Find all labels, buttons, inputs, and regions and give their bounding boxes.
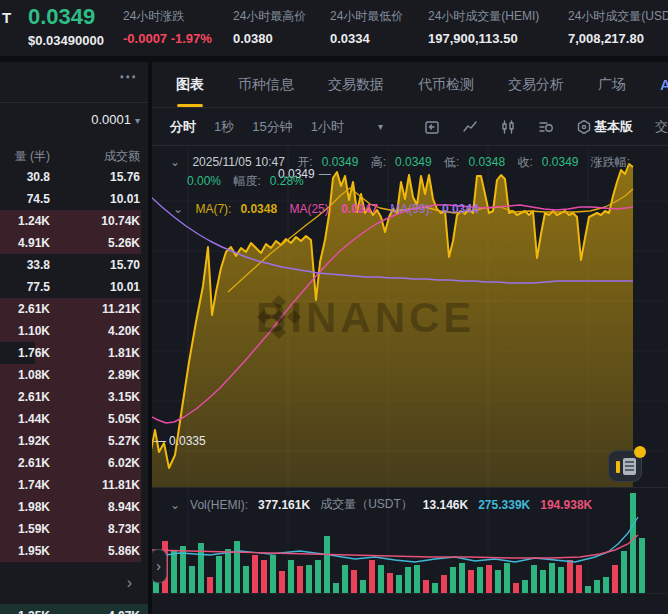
ma25-label: MA(25): (289, 202, 332, 216)
volume-bar (576, 565, 582, 593)
volume-bar (360, 580, 366, 593)
ask-turnover: 6.02K (108, 456, 140, 470)
volume-bar (234, 541, 240, 593)
ai-tab[interactable]: Ai (660, 76, 668, 93)
ask-amount: 1.95K (0, 544, 50, 558)
ohlc-info-row-2: 0.00% 幅度:0.28% (187, 173, 313, 190)
volume-bar (513, 583, 519, 593)
ask-amount: 1.76K (0, 346, 50, 360)
volume-bar (315, 560, 321, 593)
ask-turnover: 11.21K (102, 302, 140, 316)
chart-side-panel-toggle-button[interactable] (608, 450, 642, 482)
orderbook-row[interactable]: 1.10K4.20K (0, 320, 148, 342)
ask-turnover: 11.81K (102, 478, 140, 492)
tab-2[interactable]: 交易数据 (328, 76, 384, 94)
volume-bar (432, 583, 438, 593)
more-options-icon[interactable]: ⋯ (119, 66, 138, 87)
candlestick-icon[interactable] (499, 118, 517, 136)
stat-value: -0.0007 -1.97% (123, 31, 212, 46)
stat-label: 24小时涨跌 (123, 8, 184, 25)
orderbook-row[interactable]: 1.95K5.86K (0, 540, 148, 562)
volume-bar (288, 560, 294, 593)
orderbook-row[interactable]: 1.44K5.05K (0, 408, 148, 430)
tick-size-value: 0.0001 (91, 112, 131, 127)
tab-5[interactable]: 广场 (598, 76, 626, 94)
ask-amount: 1.08K (0, 368, 50, 382)
tradingview-button-clipped[interactable]: 交 (655, 118, 668, 136)
basic-version-button[interactable]: 基本版 (594, 118, 633, 136)
calendar-restore-icon[interactable] (423, 118, 441, 136)
orderbook-row[interactable]: 2.61K6.02K (0, 452, 148, 474)
tab-0[interactable]: 图表 (176, 76, 204, 94)
tick-size-select[interactable]: 0.0001▾ (91, 112, 140, 127)
orderbook-row[interactable]: 4.91K5.26K (0, 232, 148, 254)
panel-doc-icon (623, 458, 636, 475)
ask-turnover: 15.76 (110, 170, 140, 184)
low-marker-dash: — (154, 434, 166, 448)
interval-1秒[interactable]: 1秒 (214, 118, 234, 136)
trading-app: T 0.0349 $0.03490000 24小时涨跌-0.0007 -1.97… (0, 0, 668, 614)
ma-info-row: ⌄ MA(7):0.0348 MA(25):0.0347 MA(99):0.03… (173, 202, 488, 216)
low-value: 0.0348 (468, 155, 505, 169)
stat-value: 197,900,113.50 (428, 31, 518, 46)
ask-amount: 4.91K (0, 236, 50, 250)
close-value: 0.0349 (542, 155, 579, 169)
expand-pane-button[interactable]: › (152, 549, 167, 583)
interval-15分钟[interactable]: 15分钟 (252, 118, 292, 136)
ma7-label: MA(7): (195, 202, 231, 216)
volume-bar (207, 577, 213, 593)
orderbook-row[interactable]: 33.815.70 (0, 254, 148, 276)
settings-icon[interactable] (575, 118, 593, 136)
orderbook-row[interactable]: 2.61K3.15K (0, 386, 148, 408)
time-axis-strip (152, 593, 668, 614)
expand-orderbook-icon[interactable]: › (127, 574, 132, 592)
stat-value: 0.0334 (330, 31, 370, 46)
orderbook-row[interactable]: 2.61K11.21K (0, 298, 148, 320)
high-value: 0.0349 (395, 155, 432, 169)
symbol-name-clipped: T (2, 9, 11, 26)
ask-amount: 2.61K (0, 390, 50, 404)
price-chart[interactable]: BINANCE ⌄ 2025/11/05 10:47 开:0.0349 高:0.… (152, 146, 668, 487)
candle-datetime: 2025/11/05 10:47 (192, 155, 285, 169)
volume-bar (270, 555, 276, 593)
ask-turnover: 8.73K (108, 522, 140, 536)
session-low-label: —0.0335 (154, 434, 206, 448)
interval-dropdown-icon[interactable]: ▾ (378, 121, 383, 132)
volume-bar (585, 586, 591, 593)
volume-bar (198, 543, 204, 593)
stat-value: 7,008,217.80 (568, 31, 644, 46)
orderbook-row[interactable]: 1.59K8.73K (0, 518, 148, 540)
orderbook-row[interactable]: 1.98K8.94K (0, 496, 148, 518)
indicators-icon[interactable] (537, 118, 555, 136)
collapse-icon[interactable]: ⌄ (173, 202, 183, 216)
ask-amount: 1.44K (0, 412, 50, 426)
orderbook-row[interactable]: 77.510.01 (0, 276, 148, 298)
collapse-icon[interactable]: ⌄ (170, 155, 180, 169)
vol-usdt-label: 成交量（USDT） (320, 496, 413, 513)
orderbook-row[interactable]: 1.74K11.81K (0, 474, 148, 496)
line-chart-style-icon[interactable] (461, 118, 479, 136)
volume-bar (549, 563, 555, 593)
volume-bar (450, 567, 456, 593)
orderbook-row[interactable]: 1.92K5.27K (0, 430, 148, 452)
orderbook-row[interactable]: 30.815.76 (0, 166, 148, 188)
tab-1[interactable]: 币种信息 (238, 76, 294, 94)
volume-bar (333, 583, 339, 593)
ask-turnover: 5.27K (108, 434, 140, 448)
volume-pane[interactable]: ⌄ Vol(HEMI): 377.161K 成交量（USDT） 13.146K … (152, 487, 668, 614)
volume-bar (171, 551, 177, 593)
interval-1小时[interactable]: 1小时 (311, 118, 344, 136)
tab-4[interactable]: 交易分析 (508, 76, 564, 94)
orderbook-row[interactable]: 1.76K1.81K (0, 342, 148, 364)
tab-3[interactable]: 代币检测 (418, 76, 474, 94)
collapse-icon[interactable]: ⌄ (170, 498, 180, 512)
interval-分时[interactable]: 分时 (170, 118, 196, 136)
orderbook-row[interactable]: 1.24K10.74K (0, 210, 148, 232)
change-label: 涨跌幅: (591, 155, 630, 169)
orderbook-bid-row[interactable]: 1.35K 4.07K (0, 604, 148, 614)
volume-bar (414, 565, 420, 593)
orderbook-row[interactable]: 1.08K2.89K (0, 364, 148, 386)
ask-amount: 1.92K (0, 434, 50, 448)
orderbook-row[interactable]: 74.510.01 (0, 188, 148, 210)
volume-bar (324, 536, 330, 593)
